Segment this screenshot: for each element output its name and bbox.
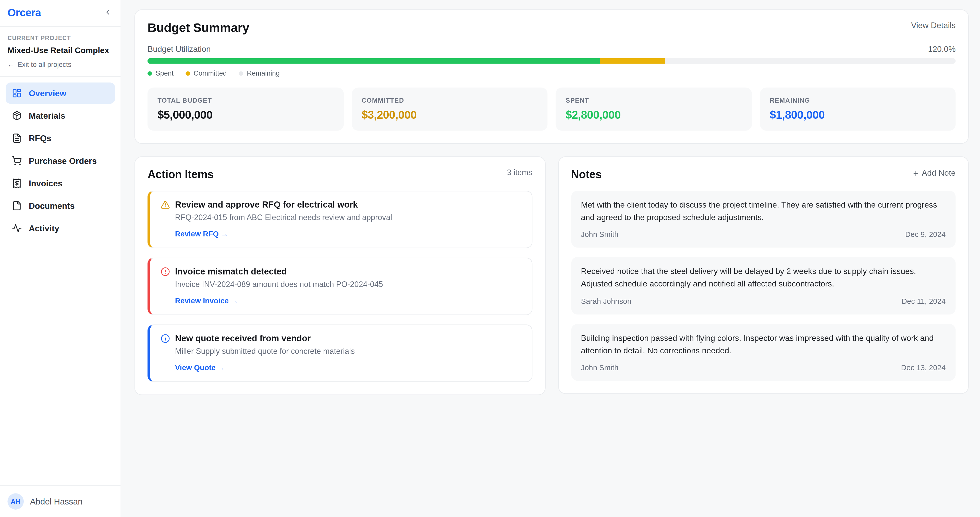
sidebar-item-label: Documents: [29, 201, 75, 211]
stat-value: $3,200,000: [362, 109, 538, 122]
alert-circle-icon: [161, 266, 170, 276]
exit-projects-link[interactable]: ← Exit to all projects: [7, 61, 113, 68]
sidebar-item-label: Activity: [29, 223, 59, 233]
sidebar-item-label: Materials: [29, 111, 65, 121]
stat-value: $2,800,000: [566, 109, 741, 122]
sidebar-nav: Overview Materials RFQs Purchase Orders: [0, 77, 121, 244]
action-items-title: Action Items: [148, 168, 213, 181]
note-author: John Smith: [581, 363, 618, 372]
legend-dot-icon: [186, 71, 190, 75]
note-text: Met with the client today to discuss the…: [581, 199, 945, 224]
budget-utilization-label: Budget Utilization: [148, 45, 211, 54]
dashboard-icon: [12, 88, 22, 98]
note-text: Received notice that the steel delivery …: [581, 265, 945, 290]
note-item: Building inspection passed with flying c…: [571, 324, 956, 381]
action-item-title: Review and approve RFQ for electrical wo…: [175, 199, 358, 209]
action-item-description: RFQ-2024-015 from ABC Electrical needs r…: [175, 213, 522, 222]
action-item: New quote received from vendor Miller Su…: [148, 324, 532, 382]
action-item-link[interactable]: Review Invoice →: [175, 297, 522, 305]
user-name: Abdel Hassan: [30, 497, 83, 506]
legend-dot-icon: [148, 71, 152, 75]
budget-stat-card: REMAINING $1,800,000: [760, 88, 956, 131]
collapse-sidebar-button[interactable]: [104, 7, 112, 19]
plus-icon: +: [913, 168, 918, 178]
budget-stat-card: COMMITTED $3,200,000: [352, 88, 548, 131]
sidebar-nav-item[interactable]: Documents: [6, 195, 115, 216]
project-name: Mixed-Use Retail Complex: [7, 46, 113, 55]
sidebar-nav-item[interactable]: Materials: [6, 105, 115, 126]
legend-item: Committed: [186, 69, 227, 77]
action-item: Invoice mismatch detected Invoice INV-20…: [148, 258, 532, 315]
action-items-list: Review and approve RFQ for electrical wo…: [148, 191, 532, 382]
budget-stat-card: TOTAL BUDGET $5,000,000: [148, 88, 344, 131]
progress-spent-segment: [148, 58, 600, 64]
note-author: John Smith: [581, 230, 618, 239]
note-author: Sarah Johnson: [581, 297, 632, 305]
action-items-card: Action Items 3 items Review and approve …: [135, 156, 546, 395]
sidebar-nav-item[interactable]: Purchase Orders: [6, 150, 115, 171]
note-text: Building inspection passed with flying c…: [581, 332, 945, 357]
add-note-button[interactable]: + Add Note: [913, 168, 956, 178]
stat-label: SPENT: [566, 96, 741, 104]
note-item: Met with the client today to discuss the…: [571, 191, 956, 248]
main-content: Budget Summary View Details Budget Utili…: [121, 0, 980, 517]
budget-stat-card: SPENT $2,800,000: [555, 88, 752, 131]
action-item-title: New quote received from vendor: [175, 333, 311, 343]
sidebar-header: Orcera: [0, 0, 121, 27]
info-circle-icon: [161, 333, 170, 343]
notes-card: Notes + Add Note Met with the client tod…: [558, 156, 969, 394]
legend-dot-icon: [239, 71, 243, 75]
sidebar-nav-item[interactable]: Overview: [6, 83, 115, 104]
progress-committed-segment: [600, 58, 665, 64]
action-item-link[interactable]: View Quote →: [175, 363, 522, 372]
note-date: Dec 13, 2024: [901, 363, 945, 372]
file-text-icon: [12, 133, 22, 143]
budget-stats: TOTAL BUDGET $5,000,000 COMMITTED $3,200…: [148, 88, 956, 131]
user-profile[interactable]: AH Abdel Hassan: [0, 485, 121, 517]
arrow-left-icon: ←: [7, 61, 14, 68]
file-icon: [12, 201, 22, 211]
legend-label: Remaining: [247, 69, 280, 77]
stat-value: $5,000,000: [158, 109, 333, 122]
cart-icon: [12, 156, 22, 166]
stat-label: TOTAL BUDGET: [158, 96, 333, 104]
view-details-link[interactable]: View Details: [911, 21, 956, 30]
sidebar: Orcera CURRENT PROJECT Mixed-Use Retail …: [0, 0, 121, 517]
note-item: Received notice that the steel delivery …: [571, 257, 956, 314]
note-date: Dec 9, 2024: [905, 230, 945, 239]
stat-label: COMMITTED: [362, 96, 538, 104]
sidebar-item-label: Invoices: [29, 179, 62, 188]
sidebar-item-label: Purchase Orders: [29, 156, 97, 166]
sidebar-item-label: Overview: [29, 89, 66, 98]
action-item-title: Invoice mismatch detected: [175, 266, 287, 276]
sidebar-item-label: RFQs: [29, 134, 51, 143]
legend-label: Committed: [194, 69, 227, 77]
budget-summary-card: Budget Summary View Details Budget Utili…: [135, 10, 969, 144]
current-project-section: CURRENT PROJECT Mixed-Use Retail Complex…: [0, 27, 121, 77]
budget-utilization-value: 120.0%: [928, 45, 956, 54]
add-note-label: Add Note: [922, 168, 956, 178]
action-item-description: Miller Supply submitted quote for concre…: [175, 347, 522, 356]
sidebar-nav-item[interactable]: Activity: [6, 217, 115, 239]
app-root: Orcera CURRENT PROJECT Mixed-Use Retail …: [0, 0, 980, 517]
legend-label: Spent: [156, 69, 173, 77]
chevron-left-icon: [104, 7, 112, 19]
action-items-count: 3 items: [507, 168, 532, 177]
budget-summary-title: Budget Summary: [148, 21, 249, 35]
note-date: Dec 11, 2024: [902, 297, 946, 305]
avatar: AH: [7, 493, 24, 510]
sidebar-nav-item[interactable]: RFQs: [6, 128, 115, 149]
activity-icon: [12, 223, 22, 233]
notes-title: Notes: [571, 168, 601, 181]
stat-value: $1,800,000: [770, 109, 945, 122]
sidebar-nav-item[interactable]: Invoices: [6, 172, 115, 194]
app-logo: Orcera: [7, 7, 41, 19]
stat-label: REMAINING: [770, 96, 945, 104]
receipt-icon: [12, 178, 22, 188]
notes-list: Met with the client today to discuss the…: [571, 191, 956, 381]
current-project-label: CURRENT PROJECT: [7, 35, 113, 41]
action-item-link[interactable]: Review RFQ →: [175, 230, 522, 238]
legend-item: Remaining: [239, 69, 280, 77]
budget-legend: Spent Committed Remaining: [148, 69, 956, 77]
package-icon: [12, 110, 22, 121]
